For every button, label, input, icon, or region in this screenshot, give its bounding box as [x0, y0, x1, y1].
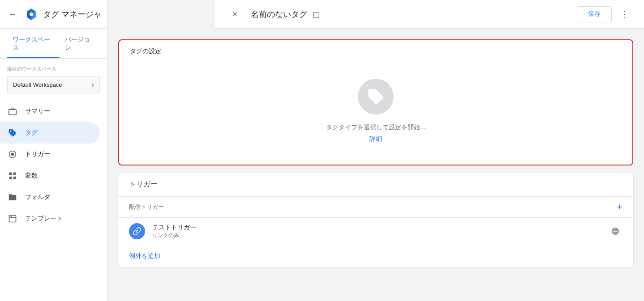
sidebar-item-label-summary: サマリー [25, 107, 50, 115]
close-button[interactable]: × [226, 5, 244, 23]
workspace-name: Default Workspace [13, 81, 62, 88]
tag-type-icon [358, 79, 394, 114]
svg-rect-7 [9, 177, 12, 179]
tag-config-title: タグの設定 [119, 40, 632, 61]
nav-items: サマリー タグ トリガー 変数 [0, 101, 107, 229]
svg-rect-8 [13, 177, 16, 179]
template-icon [7, 213, 18, 224]
svg-rect-5 [9, 173, 12, 175]
tag-icon [7, 127, 18, 138]
app-logo [23, 6, 39, 22]
tag-folder-icon[interactable]: ◻ [313, 9, 320, 20]
svg-rect-9 [9, 216, 16, 222]
sidebar-item-templates[interactable]: テンプレート [0, 208, 100, 229]
more-options-button[interactable]: ⋮ [615, 5, 633, 23]
trigger-type: リンクのみ [152, 232, 608, 239]
sidebar-item-label-folders: フォルダ [25, 193, 50, 201]
tab-workspace[interactable]: ワークスペース [7, 29, 60, 58]
trigger-info: テストトリガー リンクのみ [152, 224, 608, 239]
chevron-right-icon: › [91, 80, 94, 89]
svg-rect-1 [9, 110, 17, 115]
trigger-sublabel: 配信トリガー [129, 203, 164, 211]
sidebar-item-label-triggers: トリガー [25, 150, 50, 158]
tag-config-detail-link[interactable]: 詳細 [369, 135, 382, 143]
workspace-selector[interactable]: Default Workspace › [7, 76, 100, 93]
add-exception-button[interactable]: 例外を追加 [118, 245, 171, 267]
workspace-label: 現在のワークスペース [7, 66, 100, 72]
app-name: タグ マネージャ [43, 9, 102, 20]
tag-config-hint: タグタイプを選択して設定を開始... [326, 123, 425, 131]
svg-point-2 [10, 131, 12, 132]
sidebar: ← タグ マネージャ ワークスペース バージョン 現在のワークスペース Defa… [0, 0, 107, 301]
sidebar-item-tags[interactable]: タグ [0, 122, 100, 144]
add-trigger-button[interactable]: + [617, 202, 623, 212]
briefcase-icon [7, 106, 18, 117]
save-button[interactable]: 保存 [577, 6, 612, 22]
svg-point-4 [11, 153, 14, 156]
sidebar-item-triggers[interactable]: トリガー [0, 144, 100, 165]
trigger-section-title: トリガー [118, 173, 633, 197]
sidebar-item-summary[interactable]: サマリー [0, 101, 100, 122]
tag-config-body: タグタイプを選択して設定を開始... 詳細 [119, 61, 632, 165]
trigger-item: テストトリガー リンクのみ [118, 218, 633, 245]
tab-version[interactable]: バージョン [60, 29, 100, 58]
svg-rect-12 [613, 231, 618, 232]
trigger-subheader: 配信トリガー + [118, 197, 633, 218]
svg-point-0 [30, 13, 33, 16]
tag-title: 名前のないタグ [251, 9, 307, 20]
svg-rect-6 [13, 173, 16, 175]
content-area: タグの設定 タグタイプを選択して設定を開始... 詳細 トリガー 配信トリガー … [107, 29, 644, 301]
workspace-section: 現在のワークスペース Default Workspace › [0, 59, 107, 97]
folder-icon [7, 192, 18, 203]
trigger-name: テストトリガー [152, 224, 608, 232]
svg-point-10 [10, 216, 12, 217]
trigger-icon [7, 149, 18, 160]
sidebar-item-label-templates: テンプレート [25, 215, 63, 223]
sidebar-item-label-tags: タグ [25, 129, 38, 137]
sidebar-tabs: ワークスペース バージョン [0, 29, 107, 59]
back-button[interactable]: ← [4, 5, 21, 23]
trigger-card: トリガー 配信トリガー + テストトリガー リンクのみ [118, 173, 633, 267]
remove-trigger-button[interactable] [608, 224, 623, 238]
tag-editor-header: × 名前のないタグ ◻ 保存 ⋮ [215, 0, 644, 29]
sidebar-item-label-variables: 変数 [25, 172, 38, 180]
sidebar-item-folders[interactable]: フォルダ [0, 187, 100, 208]
sidebar-item-variables[interactable]: 変数 [0, 165, 100, 187]
trigger-avatar [129, 223, 145, 239]
tag-config-card[interactable]: タグの設定 タグタイプを選択して設定を開始... 詳細 [118, 39, 633, 165]
variables-icon [7, 170, 18, 181]
